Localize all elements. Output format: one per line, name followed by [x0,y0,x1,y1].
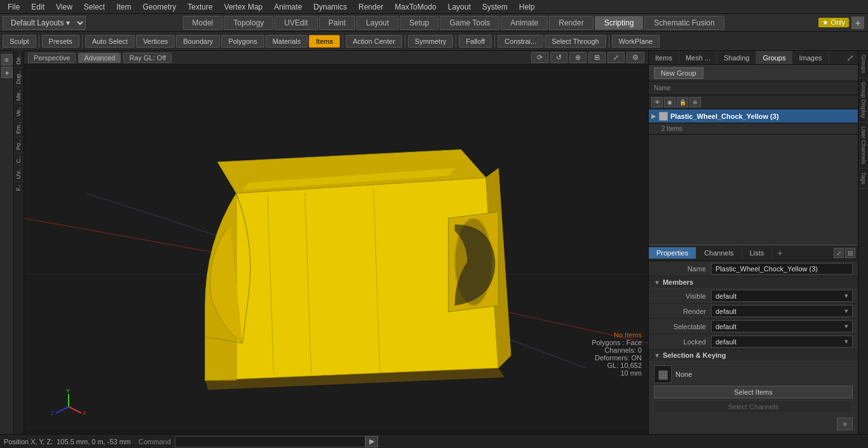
materials-btn[interactable]: Materials [266,35,308,48]
left-tool-em[interactable]: Em.. [14,119,24,137]
rp-tab-mesh[interactable]: Mesh ... [679,51,717,64]
left-icon-1[interactable]: ⊞ [1,54,13,65]
menu-geometry[interactable]: Geometry [138,1,182,13]
tab-game-tools[interactable]: Game Tools [440,16,499,30]
polygons-btn[interactable]: Polygons [221,35,264,48]
boundary-btn[interactable]: Boundary [176,35,220,48]
menu-help[interactable]: Help [514,1,540,13]
add-layout-btn[interactable]: + [851,17,864,29]
prop-visible-dropdown[interactable]: default ▾ [711,290,853,302]
action-center-btn[interactable]: Action Center [346,35,402,48]
new-group-btn[interactable]: New Group [654,67,703,79]
rp-tab-groups[interactable]: Groups [756,51,792,64]
status-command-exec-btn[interactable]: ▶ [365,436,378,447]
prop-locked-dropdown[interactable]: default ▾ [711,336,853,348]
sculpt-btn[interactable]: Sculpt [3,35,36,48]
left-tool-poly[interactable]: Po.. [14,137,24,153]
workplane-btn[interactable]: WorkPlane [612,35,660,48]
left-icon-2[interactable]: ◈ [1,67,13,78]
tab-render[interactable]: Render [549,16,593,30]
tab-topology[interactable]: Topology [224,16,273,30]
vp-icon-maximize[interactable]: ⤢ [607,52,625,63]
list-icon-lock[interactable]: 🔒 [677,97,688,107]
tab-scripting[interactable]: Scripting [595,16,644,30]
tab-model[interactable]: Model [183,16,223,30]
expand-arrow-btn[interactable]: » [837,417,853,430]
vp-icon-rotate[interactable]: ⟳ [531,52,548,63]
left-tool-dup[interactable]: Dup.. [14,67,24,87]
constrain-btn[interactable]: Constrai... [498,35,543,48]
vp-advanced-btn[interactable]: Advanced [78,53,121,63]
prop-selectable-dropdown[interactable]: default ▾ [711,320,853,332]
menu-select[interactable]: Select [79,1,110,13]
symmetry-btn[interactable]: Symmetry [408,35,454,48]
menu-maxtomodo[interactable]: MaxToModo [390,1,441,13]
left-tool-vertex[interactable]: Ve.. [14,104,24,119]
props-tab-channels[interactable]: Channels [696,247,742,259]
tab-setup[interactable]: Setup [400,16,438,30]
rs-tab-group-display[interactable]: Group Display [858,78,868,123]
vp-icon-zoom[interactable]: ⊕ [569,52,587,63]
select-items-btn[interactable]: Select Items [654,386,853,398]
rs-tab-tags[interactable]: Tags [858,168,868,189]
status-command-input[interactable] [175,436,365,447]
keying-icon: ▦ [654,365,672,383]
tab-schematic-fusion[interactable]: Schematic Fusion [644,16,724,30]
rs-tab-groups[interactable]: Groups [858,51,868,78]
props-tab-lists[interactable]: Lists [742,247,773,259]
rp-tab-expand[interactable]: ⤢ [843,53,858,63]
vp-perspective-btn[interactable]: Perspective [28,53,76,63]
sep5 [456,35,456,48]
left-tool-uv[interactable]: UV.. [14,165,24,182]
list-icon-extra[interactable]: ⊕ [689,97,701,107]
props-tab-add[interactable]: + [772,248,787,258]
menu-texture[interactable]: Texture [182,1,217,13]
menu-system[interactable]: System [477,1,513,13]
props-expand-btn-2[interactable]: ⊟ [845,248,855,258]
props-tab-properties[interactable]: Properties [649,247,696,259]
presets-btn[interactable]: Presets [42,35,79,48]
falloff-btn[interactable]: Falloff [459,35,492,48]
left-tool-default[interactable]: De.. [14,51,24,67]
props-expand-btn-1[interactable]: ⤢ [834,248,844,258]
menu-dynamics[interactable]: Dynamics [308,1,352,13]
vp-icon-settings[interactable]: ⚙ [627,52,644,63]
prop-name-input[interactable] [711,263,853,275]
prop-render-dropdown[interactable]: default ▾ [711,305,853,317]
menu-animate[interactable]: Animate [269,1,307,13]
select-channels-btn[interactable]: Select Channels [654,400,853,413]
vp-ray-gl-btn[interactable]: Ray GL: Off [123,53,172,63]
menu-layout[interactable]: Layout [443,1,476,13]
rp-tab-images[interactable]: Images [792,51,829,64]
auto-select-btn[interactable]: Auto Select [85,35,135,48]
rs-tab-user-channels[interactable]: User Channels [858,123,868,169]
menu-vertex-map[interactable]: Vertex Map [219,1,268,13]
vp-icon-fit[interactable]: ⊞ [588,52,606,63]
tab-paint[interactable]: Paint [319,16,355,30]
keying-row: ▦ None [654,365,853,383]
left-tool-f[interactable]: F.. [14,182,24,194]
select-through-btn[interactable]: Select Through [545,35,606,48]
items-btn[interactable]: Items [309,35,340,48]
vertices-btn[interactable]: Vertices [136,35,175,48]
layout-dropdown[interactable]: Default Layouts ▾ [3,16,86,30]
menu-item[interactable]: Item [111,1,136,13]
left-tools-panel: De.. Dup.. Me.. Ve.. Em.. Po.. C.. UV.. … [14,51,24,434]
viewport[interactable]: Perspective Advanced Ray GL: Off ⟳ ↺ ⊕ ⊞… [24,51,648,434]
menu-view[interactable]: View [51,1,78,13]
list-icon-render[interactable]: ◉ [664,97,675,107]
tab-animate[interactable]: Animate [501,16,548,30]
tab-uvedit[interactable]: UVEdit [275,16,317,30]
menu-file[interactable]: File [3,1,25,13]
group-item[interactable]: ▶ Plastic_Wheel_Chock_Yellow (3) [649,109,858,123]
tab-layout[interactable]: Layout [356,16,398,30]
left-tool-c[interactable]: C.. [14,153,24,166]
menu-edit[interactable]: Edit [26,1,50,13]
viewport-content[interactable]: No Items Polygons : Face Channels: 0 Def… [24,65,648,434]
menu-render[interactable]: Render [353,1,388,13]
left-tool-mesh[interactable]: Me.. [14,86,24,104]
vp-icon-reset[interactable]: ↺ [550,52,567,63]
rp-tab-items[interactable]: Items [649,51,679,64]
list-icon-eye[interactable]: 👁 [651,97,663,107]
rp-tab-shading[interactable]: Shading [717,51,756,64]
